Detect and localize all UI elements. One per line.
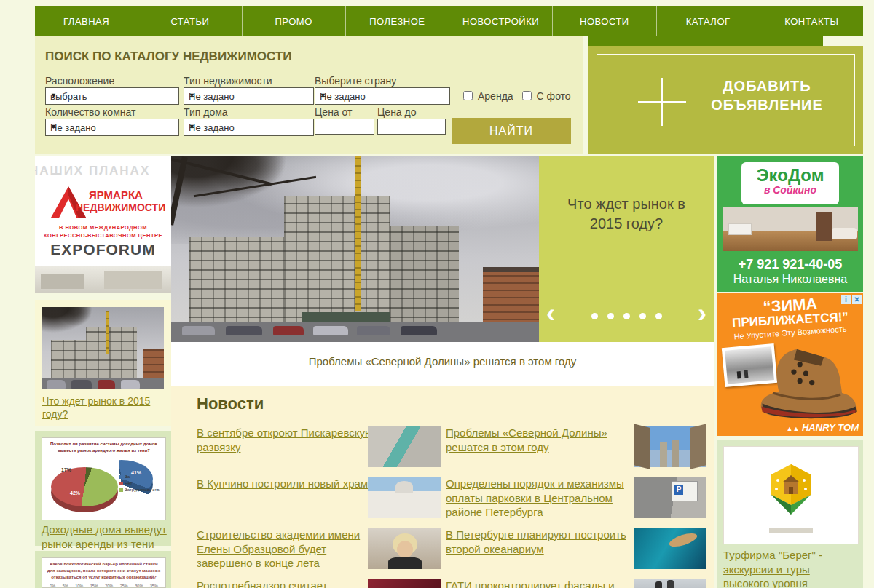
chevron-down-icon: ▼ [320, 92, 326, 101]
news-link[interactable]: Определены порядок и механизмы оплаты па… [446, 477, 634, 520]
worker-figure [667, 580, 674, 588]
tower [672, 440, 679, 467]
ecodom-phone: +7 921 921-40-05 [717, 257, 863, 272]
chevron-down-icon: ▼ [189, 123, 195, 132]
doorway [816, 212, 832, 241]
bereg-logo-card[interactable] [723, 446, 859, 544]
rooms-value: Не задано [50, 122, 96, 133]
expoforum-ad-banner[interactable]: НАШИХ ПЛАНАХ ЯРМАРКА НЕДВИЖИМОСТИ В НОВО… [35, 156, 171, 293]
price-to-input[interactable] [377, 119, 446, 135]
news-thumbnail-rospotreb[interactable] [368, 579, 441, 588]
portrait-face [397, 541, 413, 558]
poll-bar-ad-block: Каков психологический барьер ипотечной с… [35, 551, 171, 588]
boot-illustration [750, 338, 863, 426]
news-link[interactable]: В Петербурге планируют построить второй … [446, 528, 634, 556]
with-photo-checkbox-label: С фото [537, 90, 571, 102]
market-news-link[interactable]: Что ждет рынок в 2015 году? [42, 394, 159, 421]
add-listing-banner[interactable]: ДОБАВИТЬ ОБЪЯВЛЕНИЕ [588, 46, 863, 154]
news-link[interactable]: ГАТИ проконтролирует фасады и крыши [446, 579, 634, 588]
news-thumbnail-bridge[interactable] [368, 426, 441, 467]
hiker-figure [737, 371, 741, 378]
find-button[interactable]: НАЙТИ [452, 118, 571, 144]
pie-value-green: 17% [61, 467, 71, 472]
nav-item-catalog[interactable]: КАТАЛОГ [656, 6, 760, 36]
news-thumbnail-aquarium[interactable] [634, 528, 706, 569]
news-link[interactable]: В сентябре откроют Пискаревскую развязку [197, 426, 385, 454]
market-news-block: Что ждет рынок в 2015 году? [35, 300, 171, 426]
with-photo-checkbox[interactable] [522, 91, 532, 100]
rent-checkbox[interactable] [463, 91, 473, 100]
ecodom-interior-photo [723, 207, 858, 251]
news-link[interactable]: Строительство академии имени Елены Образ… [197, 528, 385, 571]
radiator [728, 223, 752, 235]
news-thumbnail-towers[interactable] [634, 426, 706, 467]
expoforum-subtitle-line2: КОНГРЕССНО-ВЫСТАВОЧНОМ ЦЕНТРЕ [44, 232, 162, 239]
portrait-shoulders [388, 557, 422, 569]
legend-item: Затрудняюсь отв. [125, 488, 160, 492]
parking-p-icon: P [674, 485, 683, 495]
house-type-label: Тип дома [184, 106, 228, 118]
poll-bar-chart[interactable]: Каков психологический барьер ипотечной с… [42, 557, 166, 588]
carousel-dot[interactable] [656, 313, 662, 319]
news-link[interactable]: В Купчино построили новый храм [197, 477, 385, 491]
hanry-tom-logo: ▲▲ HANRY TOM [787, 422, 859, 433]
news-section: Новости В сентябре откроют Пискаревскую … [171, 386, 714, 588]
chevron-down-icon: ▼ [50, 92, 57, 101]
house-type-select[interactable]: Не задано ▼ [184, 119, 314, 136]
location-label: Расположение [45, 75, 114, 87]
rooms-select[interactable]: Не задано ▼ [45, 119, 179, 136]
property-type-label: Тип недвижимости [184, 75, 272, 87]
pie-legend: За Нет Затрудняюсь отв. [119, 474, 160, 494]
market-news-photo[interactable] [42, 307, 164, 389]
poll-bar-title: Каков психологический барьер ипотечной с… [42, 558, 165, 582]
carousel-dot[interactable] [623, 313, 630, 319]
sofa [832, 228, 857, 239]
bereg-link[interactable]: Турфирма "Берег" - экскурсии и туры высо… [723, 548, 854, 588]
carousel-dot[interactable] [639, 313, 646, 319]
expoforum-subtitle-line1: В НОВОМ МЕЖДУНАРОДНОМ [59, 224, 147, 231]
slider-photo[interactable] [171, 156, 539, 342]
ecodom-location: в Сойкино [741, 184, 839, 196]
house-type-value: Не задано [189, 122, 235, 133]
winter-boot-ad[interactable]: i ✕ “ЗИМА ПРИБЛИЖАЕТСЯ!” Не Упустите Эту… [717, 293, 863, 436]
nav-item-promo[interactable]: ПРОМО [242, 6, 345, 36]
news-link[interactable]: Роспотребнадзор считает необходимым [197, 579, 385, 588]
nav-item-news[interactable]: НОВОСТИ [552, 6, 656, 36]
news-thumbnail-parking[interactable]: P [634, 477, 706, 518]
news-thumbnail-portrait[interactable] [368, 528, 441, 569]
news-thumbnail-church[interactable] [368, 477, 441, 518]
nav-item-useful[interactable]: ПОЛЕЗНОЕ [345, 6, 449, 36]
roof-logo-icon [48, 183, 89, 219]
tower [660, 442, 667, 467]
nav-item-contacts[interactable]: КОНТАКТЫ [760, 6, 863, 36]
poll-pie-chart[interactable]: Позволит ли развитие системы доходных до… [42, 437, 166, 520]
rental-market-link[interactable]: Доходные дома выведут рынок аренды из те… [42, 523, 167, 551]
cars-strip [42, 378, 164, 389]
news-link[interactable]: Проблемы «Северной Долины» решатся в это… [446, 426, 634, 454]
property-type-select[interactable]: Не задано ▼ [184, 87, 314, 105]
building-frame [51, 340, 91, 380]
news-heading: Новости [197, 394, 264, 413]
poll-pie-title: Позволит ли развитие системы доходных до… [42, 438, 165, 456]
location-select[interactable]: выбрать ▼ [45, 87, 179, 105]
bereg-ad-block: Турфирма "Берег" - экскурсии и туры высо… [717, 440, 863, 588]
tower [690, 424, 706, 469]
legend-item: За [125, 474, 130, 479]
news-thumbnail-facades[interactable] [634, 579, 706, 588]
nav-item-newbuildings[interactable]: НОВОСТРОЙКИ [449, 6, 552, 36]
church-dome [395, 481, 413, 493]
price-to-label: Цена до [377, 106, 417, 118]
legend-item: Нет [125, 481, 132, 485]
nav-item-articles[interactable]: СТАТЬИ [138, 6, 241, 36]
nav-item-home[interactable]: ГЛАВНАЯ [35, 6, 138, 36]
ecodom-ad[interactable]: ЭкоДом в Сойкино +7 921 921-40-05 Наталь… [717, 156, 863, 292]
price-from-label: Цена от [315, 106, 352, 118]
catalog-search-panel: ПОИСК ПО КАТАЛОГУ НЕДВИЖИМОСТИ Расположе… [35, 36, 583, 154]
carousel-dot[interactable] [591, 313, 598, 319]
price-from-input[interactable] [315, 119, 374, 135]
building-frame-center [284, 196, 390, 327]
country-select[interactable]: Не задано ▼ [315, 87, 450, 105]
expoforum-photo [35, 266, 171, 293]
carousel-dot[interactable] [607, 313, 614, 319]
slider-caption-link[interactable]: Проблемы «Северной Долины» решатся в это… [309, 355, 577, 368]
